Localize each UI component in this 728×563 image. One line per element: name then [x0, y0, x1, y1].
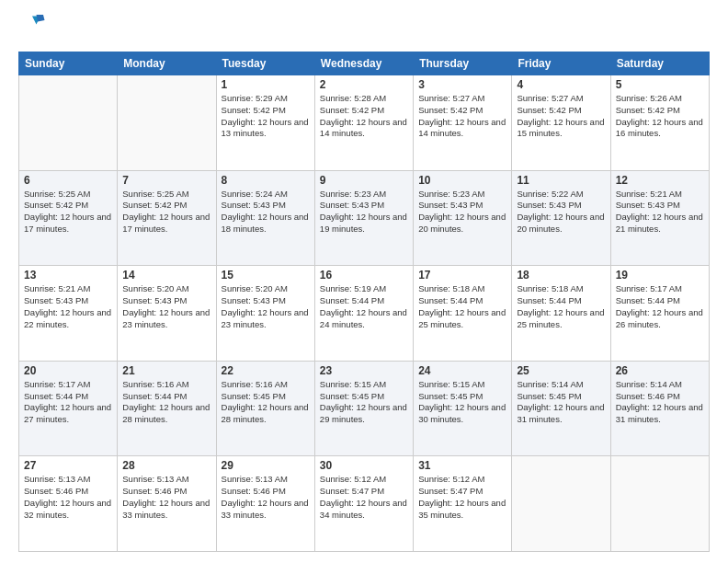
calendar-day-cell [19, 75, 118, 171]
day-info: Sunrise: 5:25 AM Sunset: 5:42 PM Dayligh… [24, 189, 112, 236]
day-number: 28 [122, 459, 210, 472]
calendar-day-cell: 26Sunrise: 5:14 AM Sunset: 5:46 PM Dayli… [610, 361, 709, 456]
day-number: 26 [616, 364, 704, 377]
day-info: Sunrise: 5:18 AM Sunset: 5:44 PM Dayligh… [418, 283, 506, 330]
day-number: 11 [517, 174, 605, 187]
day-number: 14 [122, 269, 210, 282]
day-info: Sunrise: 5:26 AM Sunset: 5:42 PM Dayligh… [616, 93, 704, 140]
day-number: 29 [222, 459, 310, 472]
day-info: Sunrise: 5:23 AM Sunset: 5:43 PM Dayligh… [320, 189, 408, 236]
day-number: 27 [24, 459, 112, 472]
calendar-day-cell: 14Sunrise: 5:20 AM Sunset: 5:43 PM Dayli… [118, 266, 216, 362]
calendar: SundayMondayTuesdayWednesdayThursdayFrid… [18, 52, 710, 552]
calendar-day-cell: 23Sunrise: 5:15 AM Sunset: 5:45 PM Dayli… [314, 361, 413, 456]
day-info: Sunrise: 5:16 AM Sunset: 5:45 PM Dayligh… [222, 379, 310, 426]
calendar-week-row: 6Sunrise: 5:25 AM Sunset: 5:42 PM Daylig… [19, 170, 710, 266]
day-number: 24 [418, 364, 506, 377]
day-number: 16 [320, 269, 408, 282]
logo [18, 15, 51, 42]
day-info: Sunrise: 5:20 AM Sunset: 5:43 PM Dayligh… [122, 283, 210, 330]
day-info: Sunrise: 5:21 AM Sunset: 5:43 PM Dayligh… [616, 189, 704, 236]
day-info: Sunrise: 5:15 AM Sunset: 5:45 PM Dayligh… [320, 379, 408, 426]
calendar-day-cell: 6Sunrise: 5:25 AM Sunset: 5:42 PM Daylig… [19, 170, 118, 266]
day-number: 23 [320, 364, 408, 377]
day-info: Sunrise: 5:17 AM Sunset: 5:44 PM Dayligh… [616, 283, 704, 330]
calendar-day-cell: 30Sunrise: 5:12 AM Sunset: 5:47 PM Dayli… [314, 456, 413, 552]
day-info: Sunrise: 5:22 AM Sunset: 5:43 PM Dayligh… [517, 189, 605, 236]
calendar-day-cell [512, 456, 610, 552]
day-info: Sunrise: 5:24 AM Sunset: 5:43 PM Dayligh… [222, 189, 310, 236]
header [18, 15, 710, 42]
day-info: Sunrise: 5:27 AM Sunset: 5:42 PM Dayligh… [418, 93, 506, 140]
calendar-body: 1Sunrise: 5:29 AM Sunset: 5:42 PM Daylig… [19, 75, 710, 552]
calendar-day-cell: 1Sunrise: 5:29 AM Sunset: 5:42 PM Daylig… [216, 75, 314, 171]
day-info: Sunrise: 5:13 AM Sunset: 5:46 PM Dayligh… [24, 474, 112, 521]
day-number: 9 [320, 174, 408, 187]
day-number: 25 [517, 364, 605, 377]
day-number: 15 [222, 269, 310, 282]
day-number: 22 [222, 364, 310, 377]
svg-marker-1 [37, 15, 45, 22]
weekday-header-cell: Sunday [19, 52, 118, 75]
calendar-day-cell: 5Sunrise: 5:26 AM Sunset: 5:42 PM Daylig… [610, 75, 709, 171]
day-info: Sunrise: 5:14 AM Sunset: 5:46 PM Dayligh… [616, 379, 704, 426]
calendar-day-cell: 25Sunrise: 5:14 AM Sunset: 5:45 PM Dayli… [512, 361, 610, 456]
weekday-header-cell: Friday [512, 52, 610, 75]
calendar-day-cell: 13Sunrise: 5:21 AM Sunset: 5:43 PM Dayli… [19, 266, 118, 362]
calendar-day-cell: 24Sunrise: 5:15 AM Sunset: 5:45 PM Dayli… [414, 361, 512, 456]
calendar-day-cell: 9Sunrise: 5:23 AM Sunset: 5:43 PM Daylig… [314, 170, 413, 266]
weekday-header-cell: Monday [118, 52, 216, 75]
day-info: Sunrise: 5:21 AM Sunset: 5:43 PM Dayligh… [24, 283, 112, 330]
calendar-week-row: 13Sunrise: 5:21 AM Sunset: 5:43 PM Dayli… [19, 266, 710, 362]
day-info: Sunrise: 5:12 AM Sunset: 5:47 PM Dayligh… [320, 474, 408, 521]
calendar-day-cell: 27Sunrise: 5:13 AM Sunset: 5:46 PM Dayli… [19, 456, 118, 552]
calendar-week-row: 1Sunrise: 5:29 AM Sunset: 5:42 PM Daylig… [19, 75, 710, 171]
calendar-day-cell: 4Sunrise: 5:27 AM Sunset: 5:42 PM Daylig… [512, 75, 610, 171]
calendar-day-cell [610, 456, 709, 552]
calendar-day-cell: 29Sunrise: 5:13 AM Sunset: 5:46 PM Dayli… [216, 456, 314, 552]
day-number: 2 [320, 78, 408, 91]
day-info: Sunrise: 5:18 AM Sunset: 5:44 PM Dayligh… [517, 283, 605, 330]
day-number: 7 [122, 174, 210, 187]
calendar-day-cell: 18Sunrise: 5:18 AM Sunset: 5:44 PM Dayli… [512, 266, 610, 362]
day-info: Sunrise: 5:17 AM Sunset: 5:44 PM Dayligh… [24, 379, 112, 426]
calendar-day-cell: 28Sunrise: 5:13 AM Sunset: 5:46 PM Dayli… [118, 456, 216, 552]
day-info: Sunrise: 5:20 AM Sunset: 5:43 PM Dayligh… [222, 283, 310, 330]
day-info: Sunrise: 5:23 AM Sunset: 5:43 PM Dayligh… [418, 189, 506, 236]
day-number: 5 [616, 78, 704, 91]
day-number: 18 [517, 269, 605, 282]
day-number: 13 [24, 269, 112, 282]
day-number: 1 [222, 78, 310, 91]
day-info: Sunrise: 5:13 AM Sunset: 5:46 PM Dayligh… [222, 474, 310, 521]
day-number: 6 [24, 174, 112, 187]
calendar-day-cell: 16Sunrise: 5:19 AM Sunset: 5:44 PM Dayli… [314, 266, 413, 362]
calendar-day-cell [118, 75, 216, 171]
day-number: 8 [222, 174, 310, 187]
day-info: Sunrise: 5:28 AM Sunset: 5:42 PM Dayligh… [320, 93, 408, 140]
calendar-day-cell: 22Sunrise: 5:16 AM Sunset: 5:45 PM Dayli… [216, 361, 314, 456]
calendar-day-cell: 10Sunrise: 5:23 AM Sunset: 5:43 PM Dayli… [414, 170, 512, 266]
day-info: Sunrise: 5:25 AM Sunset: 5:42 PM Dayligh… [122, 189, 210, 236]
day-info: Sunrise: 5:27 AM Sunset: 5:42 PM Dayligh… [517, 93, 605, 140]
calendar-day-cell: 2Sunrise: 5:28 AM Sunset: 5:42 PM Daylig… [314, 75, 413, 171]
calendar-day-cell: 12Sunrise: 5:21 AM Sunset: 5:43 PM Dayli… [610, 170, 709, 266]
day-number: 12 [616, 174, 704, 187]
calendar-day-cell: 17Sunrise: 5:18 AM Sunset: 5:44 PM Dayli… [414, 266, 512, 362]
day-number: 19 [616, 269, 704, 282]
calendar-day-cell: 21Sunrise: 5:16 AM Sunset: 5:44 PM Dayli… [118, 361, 216, 456]
calendar-day-cell: 15Sunrise: 5:20 AM Sunset: 5:43 PM Dayli… [216, 266, 314, 362]
calendar-day-cell: 3Sunrise: 5:27 AM Sunset: 5:42 PM Daylig… [414, 75, 512, 171]
weekday-header-cell: Tuesday [216, 52, 314, 75]
day-number: 30 [320, 459, 408, 472]
day-info: Sunrise: 5:14 AM Sunset: 5:45 PM Dayligh… [517, 379, 605, 426]
calendar-week-row: 27Sunrise: 5:13 AM Sunset: 5:46 PM Dayli… [19, 456, 710, 552]
calendar-week-row: 20Sunrise: 5:17 AM Sunset: 5:44 PM Dayli… [19, 361, 710, 456]
calendar-day-cell: 19Sunrise: 5:17 AM Sunset: 5:44 PM Dayli… [610, 266, 709, 362]
day-info: Sunrise: 5:13 AM Sunset: 5:46 PM Dayligh… [122, 474, 210, 521]
day-info: Sunrise: 5:19 AM Sunset: 5:44 PM Dayligh… [320, 283, 408, 330]
weekday-header-cell: Saturday [610, 52, 709, 75]
day-number: 10 [418, 174, 506, 187]
calendar-day-cell: 7Sunrise: 5:25 AM Sunset: 5:42 PM Daylig… [118, 170, 216, 266]
day-number: 21 [122, 364, 210, 377]
day-number: 4 [517, 78, 605, 91]
